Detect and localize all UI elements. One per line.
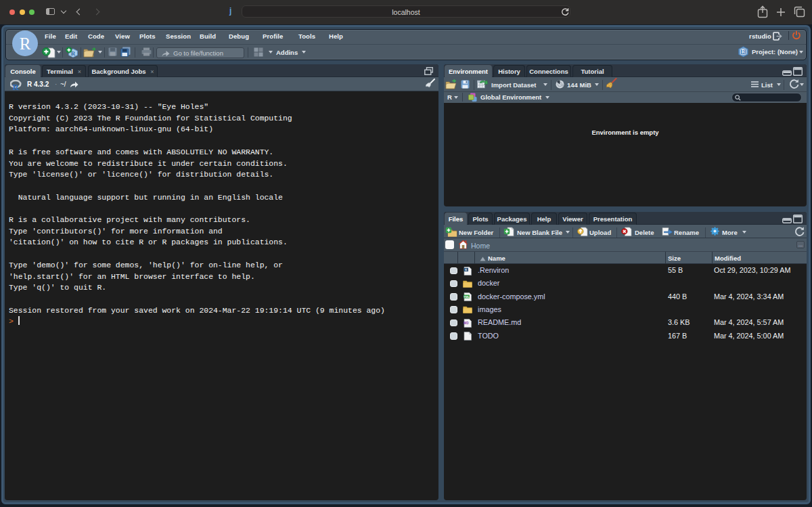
svg-text:MD: MD <box>464 322 469 325</box>
svg-text:R: R <box>742 49 746 55</box>
svg-text:R: R <box>13 82 20 91</box>
svg-text:YML: YML <box>464 295 470 299</box>
